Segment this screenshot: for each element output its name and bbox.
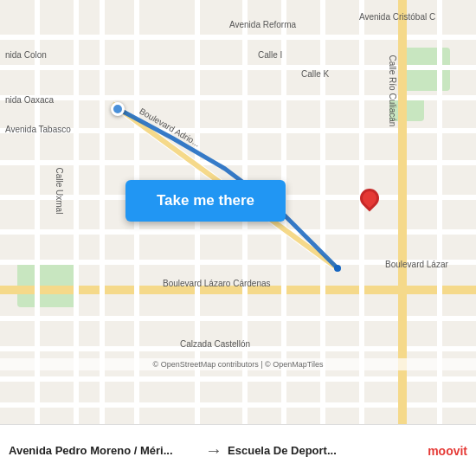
current-location-dot (111, 102, 125, 116)
to-section: Escuela De Deport... (228, 444, 419, 457)
arrow-separator: → (205, 441, 222, 460)
from-section: Avenida Pedro Moreno / Méri... (9, 444, 200, 457)
moovit-logo-text: moovit (428, 444, 467, 458)
moovit-logo: moovit (428, 444, 467, 458)
destination-pin-shape (356, 184, 383, 211)
svg-point-3 (334, 265, 341, 272)
map-container: Avenida Reforma nida Colon Calle I Calle… (0, 0, 476, 424)
destination-pin (360, 189, 381, 213)
bottom-bar: Avenida Pedro Moreno / Méri... → Escuela… (0, 424, 476, 476)
from-value: Avenida Pedro Moreno / Méri... (9, 444, 200, 457)
take-me-there-button[interactable]: Take me there (125, 180, 286, 222)
to-value: Escuela De Deport... (228, 444, 419, 457)
